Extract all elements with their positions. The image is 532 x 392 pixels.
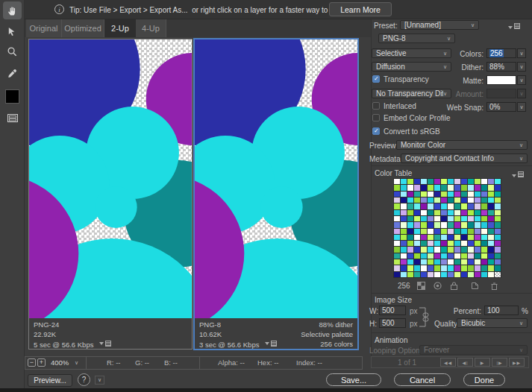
color-swatch[interactable]: [428, 253, 434, 259]
color-swatch[interactable]: [461, 197, 467, 203]
color-swatch[interactable]: [428, 203, 434, 209]
color-swatch[interactable]: [421, 210, 427, 215]
dither-method-dropdown[interactable]: Diffusion: [372, 62, 451, 72]
color-swatch[interactable]: [448, 185, 454, 190]
color-swatch[interactable]: [401, 253, 407, 259]
color-swatch[interactable]: [421, 241, 427, 246]
color-swatch[interactable]: [401, 197, 407, 203]
color-swatch[interactable]: [448, 197, 454, 203]
color-swatch[interactable]: [475, 259, 481, 265]
color-swatch[interactable]: [441, 272, 447, 277]
color-swatch[interactable]: [434, 185, 440, 190]
color-swatch[interactable]: [475, 265, 481, 271]
pane-menu-icon[interactable]: [265, 339, 277, 347]
color-swatch[interactable]: [407, 185, 413, 190]
color-swatch[interactable]: [475, 185, 481, 190]
lock-color-icon[interactable]: [450, 282, 458, 290]
color-swatch[interactable]: [488, 192, 494, 197]
color-swatch[interactable]: [475, 210, 481, 215]
color-swatch[interactable]: [421, 265, 427, 271]
color-swatch[interactable]: [434, 247, 440, 252]
color-swatch[interactable]: [434, 192, 440, 197]
color-swatch[interactable]: [495, 197, 501, 203]
color-swatch[interactable]: [454, 179, 460, 184]
color-swatch[interactable]: [461, 272, 467, 277]
metadata-dropdown[interactable]: Copyright and Contact Info: [401, 154, 528, 163]
color-swatch[interactable]: [441, 235, 447, 240]
color-swatch[interactable]: [421, 235, 427, 240]
color-swatch[interactable]: [394, 272, 400, 277]
color-swatch[interactable]: [448, 210, 454, 215]
color-swatch[interactable]: [434, 197, 440, 203]
color-swatch[interactable]: [461, 259, 467, 265]
foreground-color-swatch[interactable]: [5, 89, 19, 104]
color-swatch[interactable]: [448, 253, 454, 259]
color-swatch[interactable]: [414, 222, 420, 227]
color-swatch[interactable]: [481, 197, 487, 203]
color-swatch[interactable]: [407, 229, 413, 234]
color-swatch[interactable]: [475, 179, 481, 184]
color-swatch[interactable]: [428, 241, 434, 246]
color-swatch[interactable]: [468, 179, 474, 184]
color-swatch[interactable]: [461, 235, 467, 240]
color-swatch[interactable]: [394, 185, 400, 190]
matte-chevron[interactable]: [517, 75, 526, 85]
color-swatch[interactable]: [394, 265, 400, 271]
color-swatch[interactable]: [495, 192, 501, 197]
color-swatch[interactable]: [468, 216, 474, 221]
color-swatch[interactable]: [448, 235, 454, 240]
format-dropdown[interactable]: PNG-8: [378, 34, 455, 43]
color-swatch[interactable]: [434, 179, 440, 184]
zoom-chevron-icon[interactable]: [75, 360, 78, 366]
color-swatch[interactable]: [428, 235, 434, 240]
color-swatch[interactable]: [448, 192, 454, 197]
color-swatch[interactable]: [441, 179, 447, 184]
color-swatch[interactable]: [448, 247, 454, 252]
color-swatch[interactable]: [407, 259, 413, 265]
slice-select-tool[interactable]: [3, 22, 22, 40]
height-input[interactable]: 500: [379, 318, 406, 328]
color-swatch[interactable]: [481, 259, 487, 265]
color-swatch[interactable]: [448, 216, 454, 221]
next-frame-button[interactable]: |▶: [492, 358, 507, 367]
color-swatch[interactable]: [495, 247, 501, 252]
colors-chevron[interactable]: [517, 48, 526, 58]
color-swatch[interactable]: [448, 259, 454, 265]
color-swatch[interactable]: [475, 241, 481, 246]
color-swatch[interactable]: [441, 210, 447, 215]
color-swatch[interactable]: [428, 185, 434, 190]
color-swatch[interactable]: [407, 197, 413, 203]
color-swatch[interactable]: [488, 247, 494, 252]
percent-input[interactable]: 100: [484, 306, 519, 315]
embed-color-profile-checkbox[interactable]: [372, 114, 380, 121]
color-swatch[interactable]: [468, 265, 474, 271]
color-swatch[interactable]: [394, 235, 400, 240]
color-swatch[interactable]: [481, 179, 487, 184]
color-swatch[interactable]: [461, 229, 467, 234]
color-swatch[interactable]: [421, 203, 427, 209]
color-swatch[interactable]: [481, 216, 487, 221]
color-swatch[interactable]: [394, 179, 400, 184]
color-swatch[interactable]: [488, 222, 494, 227]
color-swatch[interactable]: [448, 203, 454, 209]
last-frame-button[interactable]: ▶▶: [509, 358, 525, 367]
color-swatch[interactable]: [481, 210, 487, 215]
color-swatch[interactable]: [454, 192, 460, 197]
preview-in-browser-button[interactable]: Preview...: [28, 374, 72, 387]
color-swatch[interactable]: [407, 253, 413, 259]
color-swatch[interactable]: [441, 253, 447, 259]
hand-tool[interactable]: [3, 1, 22, 19]
tab-optimized[interactable]: Optimized: [62, 19, 104, 37]
color-swatch[interactable]: [401, 222, 407, 227]
color-swatch[interactable]: [468, 185, 474, 190]
web-snap-input[interactable]: 0%: [486, 102, 516, 112]
color-swatch[interactable]: [441, 222, 447, 227]
color-swatch[interactable]: [475, 192, 481, 197]
color-swatch[interactable]: [434, 229, 440, 234]
color-swatch[interactable]: [461, 247, 467, 252]
color-swatch[interactable]: [495, 253, 501, 259]
color-swatch[interactable]: [428, 265, 434, 271]
color-swatch[interactable]: [448, 241, 454, 246]
color-swatch[interactable]: [454, 210, 460, 215]
color-swatch[interactable]: [434, 222, 440, 227]
